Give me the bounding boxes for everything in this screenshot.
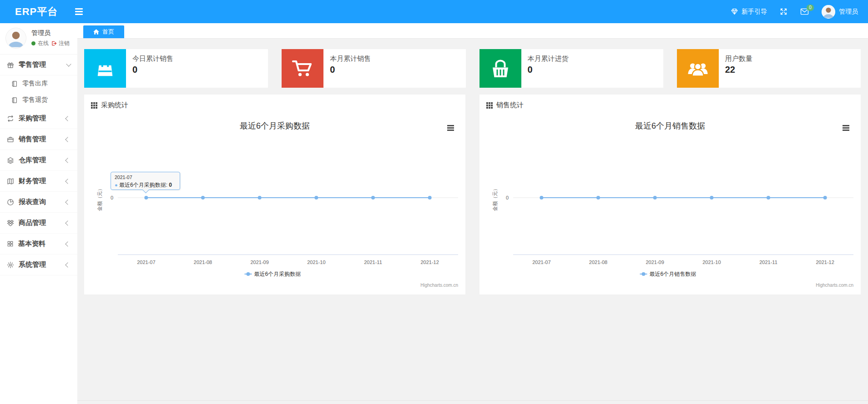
panel-title: 采购统计	[101, 101, 128, 110]
stat-card-label: 今日累计销售	[132, 55, 173, 63]
logout-button[interactable]: 注销	[51, 40, 70, 47]
legend-item[interactable]: 最近6个月采购数据	[245, 271, 301, 277]
sidebar-item-label: 财务管理	[19, 177, 46, 185]
sidebar-item-label: 报表查询	[19, 198, 46, 206]
guide-label: 新手引导	[742, 8, 767, 16]
svg-text:最近6个月销售数据: 最近6个月销售数据	[650, 271, 696, 277]
sidebar-item-basic-data[interactable]: 基本资料	[0, 234, 77, 254]
sidebar-item-label: 零售管理	[19, 60, 46, 69]
purchase-chart: 最近6个月采购数据0金额（元）2021-072021-082021-092021…	[89, 112, 461, 293]
erp-dashboard: ERP平台 新手引导 0	[0, 0, 868, 404]
guide-button[interactable]: 新手引导	[731, 8, 767, 16]
sidebar-item-label: 采购管理	[19, 114, 46, 123]
chart-export-menu-icon[interactable]	[446, 124, 455, 132]
top-navbar: ERP平台 新手引导 0	[0, 0, 868, 23]
stat-card-value: 22	[725, 65, 752, 75]
sales-stats-panel: 销售统计 最近6个月销售数据0金额（元）2021-072021-082021-0…	[479, 95, 861, 294]
tab-home-label: 首页	[102, 28, 114, 36]
svg-text:2021-11: 2021-11	[759, 259, 777, 265]
stat-card-value: 0	[528, 65, 569, 75]
sidebar-subitem-label: 零售退货	[22, 96, 48, 104]
messages-button[interactable]: 0	[800, 8, 809, 15]
chevron-left-icon	[65, 220, 70, 225]
stat-card-today-sales: .stat-card [data-name="shopping-bag-icon…	[84, 49, 268, 88]
sidebar-item-goods[interactable]: 商品管理	[0, 213, 77, 234]
legend-item[interactable]: 最近6个月销售数据	[640, 271, 696, 277]
stat-card-month-sales: .stat-card [data-name="cart-icon"] .cuto…	[282, 49, 465, 88]
svg-text:2021-11: 2021-11	[364, 259, 382, 265]
chevron-left-icon	[65, 158, 70, 163]
footer-divider	[77, 400, 868, 401]
sidebar-item-system[interactable]: 系统管理	[0, 254, 77, 275]
sidebar-item-retail-outbound[interactable]: 零售出库	[0, 75, 77, 92]
svg-text:金额（元）: 金额（元）	[97, 186, 102, 211]
sidebar-toggle-icon[interactable]	[75, 8, 83, 15]
tab-bar: 首页	[77, 23, 868, 39]
users-icon: .stat-card [data-name="users-icon"] .cut…	[677, 49, 719, 88]
svg-text:0: 0	[506, 195, 509, 200]
stat-cards-row: .stat-card [data-name="shopping-bag-icon…	[84, 49, 861, 88]
stat-card-user-count: .stat-card [data-name="users-icon"] .cut…	[677, 49, 861, 88]
svg-text:2021-07: 2021-07	[532, 259, 550, 265]
sidebar-item-retail[interactable]: 零售管理	[0, 55, 77, 75]
sidebar-user-panel: 管理员 在线 注销	[0, 23, 77, 54]
sales-chart: 最近6个月销售数据0金额（元）2021-072021-082021-092021…	[484, 112, 856, 293]
svg-text:2021-08: 2021-08	[589, 259, 607, 265]
sidebar-item-warehouse[interactable]: 仓库管理	[0, 150, 77, 171]
sidebar-item-purchase[interactable]: 采购管理	[0, 108, 77, 129]
svg-text:2021-08: 2021-08	[194, 259, 212, 265]
gem-icon	[731, 8, 738, 15]
online-label: 在线	[38, 40, 49, 47]
panel-title: 销售统计	[496, 101, 524, 110]
sidebar-subitem-label: 零售出库	[22, 80, 48, 88]
highcharts-credits[interactable]: Highcharts.com.cn	[420, 283, 458, 288]
stat-card-month-purchase: .stat-card [data-name="basket-icon"] .cu…	[479, 49, 663, 88]
sidebar-avatar	[5, 28, 26, 49]
user-name: 管理员	[839, 8, 858, 16]
app-logo: ERP平台	[15, 5, 58, 19]
chevron-left-icon	[65, 200, 70, 204]
user-menu[interactable]: 管理员	[822, 5, 858, 19]
sidebar: 管理员 在线 注销 零售管理 零售出库	[0, 23, 77, 404]
logout-label: 注销	[59, 40, 70, 47]
highcharts-credits[interactable]: Highcharts.com.cn	[816, 283, 853, 288]
chevron-left-icon	[65, 262, 70, 267]
sidebar-item-sales[interactable]: 销售管理	[0, 129, 77, 150]
stat-card-value: 0	[330, 65, 371, 75]
tab-home[interactable]: 首页	[83, 25, 124, 38]
svg-text:2021-10: 2021-10	[702, 259, 721, 265]
sidebar-item-finance[interactable]: 财务管理	[0, 171, 77, 192]
fullscreen-button[interactable]	[780, 8, 787, 15]
user-avatar	[822, 5, 835, 19]
sidebar-item-label: 系统管理	[19, 260, 46, 269]
briefcase-icon	[7, 136, 14, 143]
box-icon	[7, 219, 14, 227]
sidebar-user-name: 管理员	[31, 29, 70, 37]
svg-text:最近6个月采购数据: 最近6个月采购数据	[240, 121, 310, 130]
svg-text:最近6个月采购数据: 最近6个月采购数据	[254, 271, 301, 277]
svg-text:2021-07: 2021-07	[137, 259, 155, 265]
loop-icon	[7, 115, 14, 122]
grid-icon	[7, 240, 14, 247]
svg-text:2021-12: 2021-12	[420, 259, 439, 265]
chart-export-menu-icon[interactable]	[842, 124, 850, 132]
gift-icon	[7, 61, 14, 69]
sidebar-item-label: 基本资料	[18, 239, 45, 248]
sidebar-menu: 零售管理 零售出库 零售退货 采购管理 销售管理 仓库管理 财务	[0, 54, 77, 275]
purchase-stats-panel: 采购统计 最近6个月采购数据0金额（元）2021-072021-082021-0…	[84, 95, 465, 294]
sidebar-item-reports[interactable]: 报表查询	[0, 192, 77, 213]
chart-tooltip: 2021-07 ● 最近6个月采购数据: 0	[111, 172, 180, 190]
svg-text:金额（元）: 金额（元）	[492, 186, 498, 211]
sidebar-item-retail-return[interactable]: 零售退货	[0, 92, 77, 108]
online-dot-icon	[31, 41, 35, 45]
chevron-left-icon	[65, 137, 70, 142]
messages-badge: 0	[807, 5, 814, 11]
stat-card-label: 本月累计进货	[528, 55, 569, 63]
svg-text:2021-10: 2021-10	[307, 259, 325, 265]
svg-text:2021-09: 2021-09	[250, 259, 268, 265]
chevron-left-icon	[65, 241, 70, 246]
th-grid-icon	[91, 102, 97, 109]
shopping-bag-icon: .stat-card [data-name="shopping-bag-icon…	[84, 49, 126, 88]
sign-out-icon	[51, 40, 57, 46]
sidebar-item-label: 仓库管理	[19, 156, 46, 165]
